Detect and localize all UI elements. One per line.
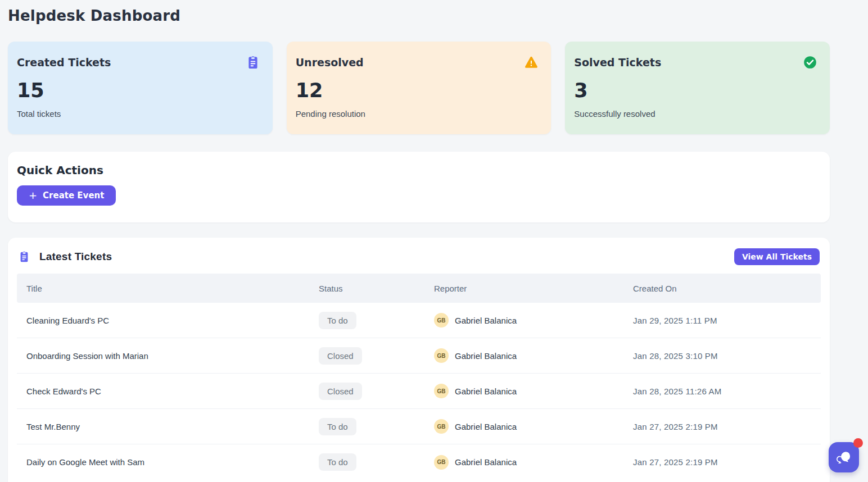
ticket-status-cell: To do: [319, 453, 434, 471]
ticket-created-on: Jan 27, 2025 2:19 PM: [633, 422, 821, 431]
stat-card-solved-tickets: Solved Tickets 3 Successfully resolved: [565, 42, 830, 134]
table-row[interactable]: Test Mr.Benny To do GB Gabriel Balanica …: [17, 409, 821, 444]
ticket-created-on: Jan 29, 2025 1:11 PM: [633, 316, 821, 325]
avatar: GB: [434, 455, 449, 470]
table-row[interactable]: Daily on Google Meet with Sam To do GB G…: [17, 444, 821, 480]
latest-tickets-title-group: Latest Tickets: [18, 251, 112, 263]
stat-label: Solved Tickets: [574, 56, 661, 69]
view-all-tickets-button[interactable]: View All Tickets: [734, 248, 820, 265]
ticket-title: Onboarding Session with Marian: [26, 351, 319, 361]
avatar: GB: [434, 348, 449, 363]
table-row[interactable]: Check Edward's PC Closed GB Gabriel Bala…: [17, 374, 821, 409]
status-badge: Closed: [319, 383, 362, 400]
create-event-button[interactable]: + Create Event: [17, 185, 116, 206]
ticket-reporter-cell: GB Gabriel Balanica: [434, 419, 633, 434]
stat-card-header: Unresolved: [296, 55, 539, 70]
ticket-status-cell: Closed: [319, 383, 434, 400]
ticket-title: Check Edward's PC: [26, 386, 319, 396]
stat-value: 3: [574, 79, 817, 102]
status-badge: To do: [319, 312, 356, 329]
table-row[interactable]: Cleaning Eduard's PC To do GB Gabriel Ba…: [17, 303, 821, 338]
stat-card-unresolved: Unresolved 12 Pending resolution: [287, 42, 551, 134]
ticket-status-cell: To do: [319, 418, 434, 435]
plus-icon: +: [29, 190, 37, 201]
ticket-reporter-cell: GB Gabriel Balanica: [434, 455, 633, 470]
ticket-created-on: Jan 28, 2025 11:26 AM: [633, 386, 821, 396]
tickets-table-body: Cleaning Eduard's PC To do GB Gabriel Ba…: [17, 303, 821, 480]
status-badge: To do: [319, 453, 356, 471]
status-badge: Closed: [319, 347, 362, 365]
stats-row: Created Tickets 15 Total tickets Unresol…: [8, 42, 830, 134]
status-badge: To do: [319, 418, 356, 435]
chat-bubble-icon: [835, 449, 852, 466]
quick-actions-title: Quick Actions: [17, 163, 821, 177]
reporter-name: Gabriel Balanica: [455, 422, 517, 431]
page-title: Helpdesk Dashboard: [8, 0, 830, 24]
table-row[interactable]: Onboarding Session with Marian Closed GB…: [17, 338, 821, 374]
clipboard-icon: [18, 251, 30, 263]
reporter-name: Gabriel Balanica: [455, 457, 517, 467]
ticket-status-cell: Closed: [319, 347, 434, 365]
column-header-reporter: Reporter: [434, 284, 633, 293]
create-event-label: Create Event: [43, 190, 104, 201]
stat-caption: Pending resolution: [296, 109, 539, 119]
avatar: GB: [434, 384, 449, 398]
ticket-created-on: Jan 28, 2025 3:10 PM: [633, 351, 821, 361]
ticket-reporter-cell: GB Gabriel Balanica: [434, 384, 633, 398]
check-circle-icon: [803, 55, 817, 70]
stat-caption: Total tickets: [17, 109, 260, 119]
latest-tickets-title: Latest Tickets: [39, 251, 112, 263]
stat-card-header: Created Tickets: [17, 55, 260, 70]
ticket-title: Cleaning Eduard's PC: [26, 316, 319, 325]
ticket-status-cell: To do: [319, 312, 434, 329]
warning-icon: [524, 55, 539, 70]
column-header-status: Status: [319, 284, 434, 293]
stat-value: 12: [296, 79, 539, 102]
column-header-created: Created On: [633, 284, 821, 293]
stat-card-created-tickets: Created Tickets 15 Total tickets: [8, 42, 273, 134]
avatar: GB: [434, 419, 449, 434]
stat-label: Created Tickets: [17, 56, 111, 69]
ticket-reporter-cell: GB Gabriel Balanica: [434, 348, 633, 363]
stat-card-header: Solved Tickets: [574, 55, 817, 70]
tickets-table: Title Status Reporter Created On Cleanin…: [17, 274, 821, 480]
chat-launcher-button[interactable]: [829, 442, 859, 472]
ticket-title: Daily on Google Meet with Sam: [26, 457, 319, 467]
reporter-name: Gabriel Balanica: [455, 386, 517, 396]
quick-actions-card: Quick Actions + Create Event: [8, 152, 830, 222]
latest-tickets-card: Latest Tickets View All Tickets Title St…: [8, 238, 830, 482]
reporter-name: Gabriel Balanica: [455, 316, 517, 325]
ticket-reporter-cell: GB Gabriel Balanica: [434, 313, 633, 328]
ticket-title: Test Mr.Benny: [26, 422, 319, 431]
ticket-created-on: Jan 27, 2025 2:19 PM: [633, 457, 821, 467]
reporter-name: Gabriel Balanica: [455, 351, 517, 361]
helpdesk-dashboard-page: Helpdesk Dashboard Created Tickets 15 To…: [8, 0, 830, 482]
notification-dot: [853, 438, 863, 448]
avatar: GB: [434, 313, 449, 328]
clipboard-icon: [246, 55, 260, 70]
stat-caption: Successfully resolved: [574, 109, 817, 119]
tickets-table-header: Title Status Reporter Created On: [17, 274, 821, 303]
latest-tickets-header: Latest Tickets View All Tickets: [17, 238, 821, 274]
column-header-title: Title: [26, 284, 319, 293]
stat-label: Unresolved: [296, 56, 364, 69]
stat-value: 15: [17, 79, 260, 102]
